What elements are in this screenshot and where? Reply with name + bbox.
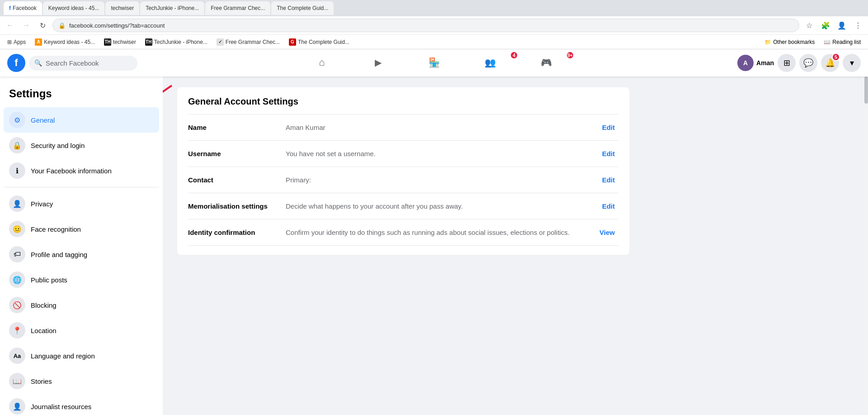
name-edit-button[interactable]: Edit	[599, 122, 618, 133]
other-bookmarks[interactable]: 📁 Other bookmarks	[761, 38, 818, 47]
marketplace-icon: 🏪	[429, 57, 440, 68]
menu-button[interactable]: ⋮	[852, 19, 864, 32]
reading-list[interactable]: 📖 Reading list	[820, 38, 864, 47]
kw-label: Keyword ideas - 45...	[44, 39, 95, 45]
bookmark-apps[interactable]: ⊞ Apps	[4, 38, 29, 47]
bookmarks-bar: ⊞ Apps A Keyword ideas - 45... TH techwi…	[0, 34, 868, 49]
nav-video[interactable]: ▶	[351, 52, 405, 74]
language-icon: Aa	[9, 348, 25, 364]
nav-home[interactable]: ⌂	[295, 52, 349, 74]
bookmark-kw[interactable]: A Keyword ideas - 45...	[31, 37, 99, 47]
public-posts-icon: 🌐	[9, 272, 25, 288]
browser-nav: ← → ↻ 🔒 facebook.com/settings/?tab=accou…	[0, 16, 868, 34]
gr-label: Free Grammar Chec...	[226, 39, 280, 45]
groups-badge: 4	[510, 51, 518, 59]
tj-label: TechJunkie - iPhone...	[154, 39, 208, 45]
forward-button[interactable]: →	[20, 19, 33, 32]
facebook-logo[interactable]: f	[7, 54, 25, 72]
extension-button[interactable]: 🧩	[819, 19, 832, 32]
messenger-button[interactable]: 💬	[799, 54, 817, 72]
identity-view-button[interactable]: View	[596, 227, 618, 238]
general-label: General	[31, 116, 55, 124]
public-posts-label: Public posts	[31, 276, 67, 284]
user-profile-nav[interactable]: A Aman	[737, 55, 774, 71]
sidebar-divider	[4, 187, 159, 187]
nav-center: ⌂ ▶ 🏪 👥 4 🎮 9+	[152, 52, 716, 74]
sidebar-item-profile-tagging[interactable]: 🏷 Profile and tagging	[4, 242, 159, 267]
sidebar-item-language[interactable]: Aa Language and region	[4, 343, 159, 368]
sidebar-item-stories[interactable]: 📖 Stories	[4, 368, 159, 394]
journalist-label: Journalist resources	[31, 403, 91, 410]
browser-tab-kw[interactable]: Keyword ideas - 45...	[43, 1, 105, 15]
browser-tab-tw[interactable]: techwiser	[105, 1, 139, 15]
url-text: facebook.com/settings/?tab=account	[69, 22, 165, 29]
contact-value: Primary:	[286, 176, 591, 184]
gr-favicon: ✓	[217, 38, 224, 46]
profile-button[interactable]: 👤	[835, 19, 848, 32]
security-icon: 🔒	[9, 137, 25, 153]
location-label: Location	[31, 327, 57, 334]
sidebar-item-privacy[interactable]: 👤 Privacy	[4, 191, 159, 216]
browser-tab-cg[interactable]: The Complete Guid...	[271, 1, 334, 15]
nav-groups[interactable]: 👥 4	[463, 52, 517, 74]
stories-icon: 📖	[9, 373, 25, 389]
bookmark-tw[interactable]: TH techwiser	[100, 37, 140, 47]
username-value: You have not set a username.	[286, 150, 591, 157]
account-menu-button[interactable]: ▾	[843, 54, 861, 72]
security-label: Security and login	[31, 142, 85, 149]
grid-menu-button[interactable]: ⊞	[778, 54, 796, 72]
sidebar-item-public-posts[interactable]: 🌐 Public posts	[4, 267, 159, 292]
bookmark-gr[interactable]: ✓ Free Grammar Chec...	[213, 37, 283, 47]
facebook-app: f 🔍 Search Facebook ⌂ ▶ 🏪 👥 4 🎮 9+	[0, 49, 868, 415]
video-icon: ▶	[375, 57, 382, 68]
identity-value: Confirm your identity to do things such …	[286, 229, 589, 236]
bookmark-cg[interactable]: G The Complete Guid...	[285, 37, 353, 47]
right-scrollbar[interactable]	[863, 76, 868, 415]
reload-button[interactable]: ↻	[36, 19, 49, 32]
address-bar[interactable]: 🔒 facebook.com/settings/?tab=account	[52, 19, 799, 32]
cg-favicon: G	[289, 38, 296, 46]
browser-tab-tj[interactable]: TechJunkie - iPhone...	[140, 1, 204, 15]
username-edit-button[interactable]: Edit	[599, 148, 618, 159]
location-icon: 📍	[9, 322, 25, 339]
profile-tagging-label: Profile and tagging	[31, 251, 87, 258]
back-button[interactable]: ←	[4, 19, 16, 32]
sidebar-item-blocking[interactable]: 🚫 Blocking	[4, 292, 159, 318]
search-bar[interactable]: 🔍 Search Facebook	[29, 56, 137, 71]
sidebar-item-general[interactable]: ⚙ General	[4, 107, 159, 133]
face-rec-label: Face recognition	[31, 225, 81, 233]
tw-label: techwiser	[113, 39, 136, 45]
sidebar-item-journalist[interactable]: 👤 Journalist resources	[4, 394, 159, 415]
sidebar-item-location[interactable]: 📍 Location	[4, 318, 159, 343]
username-label: Username	[188, 150, 278, 157]
panel-title: General Account Settings	[188, 96, 618, 107]
kw-favicon: A	[35, 38, 42, 46]
apps-icon: ⊞	[7, 39, 12, 45]
contact-edit-button[interactable]: Edit	[599, 174, 618, 186]
sidebar-item-fb-info[interactable]: ℹ Your Facebook information	[4, 158, 159, 183]
notifications-button[interactable]: 🔔 5	[821, 54, 839, 72]
browser-tab-gr[interactable]: Free Grammar Chec...	[205, 1, 270, 15]
browser-tab-facebook[interactable]: f Facebook	[4, 1, 42, 15]
notifications-badge: 5	[832, 53, 840, 61]
profile-tagging-icon: 🏷	[9, 246, 25, 262]
star-button[interactable]: ☆	[803, 19, 816, 32]
apps-label: Apps	[14, 39, 26, 45]
grid-icon: ⊞	[783, 58, 790, 68]
face-rec-icon: 😐	[9, 221, 25, 237]
sidebar-item-face-rec[interactable]: 😐 Face recognition	[4, 216, 159, 242]
sidebar-item-security[interactable]: 🔒 Security and login	[4, 133, 159, 158]
groups-icon: 👥	[485, 57, 496, 68]
tw-favicon: TH	[104, 38, 111, 46]
memorialisation-edit-button[interactable]: Edit	[599, 200, 618, 212]
reading-list-label: Reading list	[832, 39, 861, 45]
bookmark-tj[interactable]: TH TechJunkie - iPhone...	[142, 37, 211, 47]
nav-left: f 🔍 Search Facebook	[7, 54, 152, 72]
home-icon: ⌂	[319, 57, 325, 68]
nav-gaming[interactable]: 🎮 9+	[519, 52, 573, 74]
nav-marketplace[interactable]: 🏪	[407, 52, 461, 74]
name-label: Name	[188, 124, 278, 131]
blocking-label: Blocking	[31, 301, 57, 309]
privacy-label: Privacy	[31, 200, 53, 208]
settings-sidebar: Settings ⚙ General 🔒 Security and login …	[0, 76, 163, 415]
